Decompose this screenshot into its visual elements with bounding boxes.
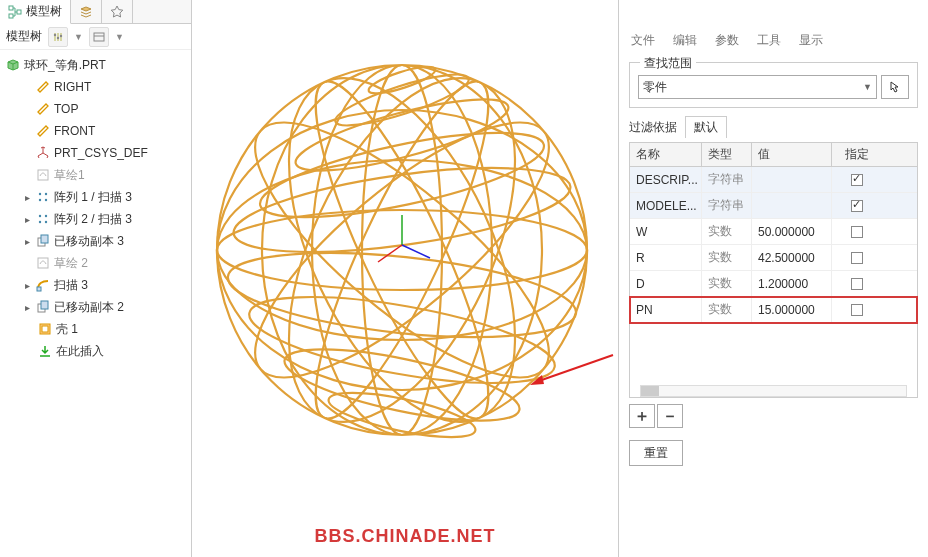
cell-value[interactable]: 42.500000 — [752, 245, 832, 270]
scope-value: 零件 — [643, 79, 667, 96]
graphics-viewport[interactable]: BBS.CHINADE.NET — [192, 0, 618, 557]
svg-line-48 — [402, 245, 430, 258]
tree-item[interactable]: RIGHT — [0, 76, 191, 98]
table-row[interactable]: MODELE...字符串 — [630, 193, 917, 219]
table-row[interactable]: D实数1.200000 — [630, 271, 917, 297]
cell-value[interactable]: 1.200000 — [752, 271, 832, 296]
pick-button[interactable] — [881, 75, 909, 99]
expand-icon[interactable]: ▸ — [22, 302, 32, 312]
remove-param-button[interactable]: － — [657, 404, 683, 428]
cell-type[interactable]: 实数 — [702, 219, 752, 244]
table-row[interactable]: W实数50.000000 — [630, 219, 917, 245]
checkbox[interactable] — [851, 304, 863, 316]
tree-label: 草绘1 — [54, 167, 85, 184]
cell-spec[interactable] — [832, 271, 882, 296]
checkbox[interactable] — [851, 226, 863, 238]
tree-item[interactable]: 草绘1 — [0, 164, 191, 186]
cell-spec[interactable] — [832, 167, 882, 192]
filter-row: 过滤依据 默认 — [629, 116, 918, 138]
table-row[interactable]: PN实数15.000000 — [630, 297, 917, 323]
cell-name[interactable]: D — [630, 271, 702, 296]
cell-type[interactable]: 实数 — [702, 297, 752, 322]
cell-type[interactable]: 字符串 — [702, 193, 752, 218]
tab-model-tree[interactable]: 模型树 — [0, 0, 71, 24]
tree-item[interactable]: ▸已移动副本 3 — [0, 230, 191, 252]
expand-icon[interactable]: ▸ — [22, 280, 32, 290]
tab-favorites[interactable] — [102, 0, 133, 24]
th-type[interactable]: 类型 — [702, 143, 752, 166]
scope-group: 查找范围 零件 ▼ — [629, 62, 918, 108]
menu-params[interactable]: 参数 — [715, 32, 739, 49]
cell-name[interactable]: MODELE... — [630, 193, 702, 218]
settings-button[interactable] — [48, 27, 68, 47]
tree-item[interactable]: ▸已移动副本 2 — [0, 296, 191, 318]
tree-item[interactable]: 在此插入 — [0, 340, 191, 362]
csys-icon — [36, 146, 50, 160]
cell-spec[interactable] — [832, 297, 882, 322]
sketch-icon — [36, 168, 50, 182]
cell-value[interactable]: 15.000000 — [752, 297, 832, 322]
filter-label: 过滤依据 — [629, 119, 677, 136]
model-tree-panel: 模型树 模型树 ▼ ▼ 球环_等角.PRT RIGHTTOPFRONTPRT_C… — [0, 0, 192, 557]
tree-item[interactable]: ▸阵列 1 / 扫描 3 — [0, 186, 191, 208]
reset-button[interactable]: 重置 — [629, 440, 683, 466]
svg-rect-23 — [42, 326, 48, 332]
tree-item[interactable]: 壳 1 — [0, 318, 191, 340]
checkbox[interactable] — [851, 252, 863, 264]
table-row[interactable]: DESCRIP...字符串 — [630, 167, 917, 193]
cell-name[interactable]: R — [630, 245, 702, 270]
svg-point-14 — [39, 221, 41, 223]
cell-value[interactable] — [752, 167, 832, 192]
cell-spec[interactable] — [832, 219, 882, 244]
cell-name[interactable]: W — [630, 219, 702, 244]
cell-spec[interactable] — [832, 245, 882, 270]
sketch-icon — [36, 256, 50, 270]
th-spec[interactable]: 指定 — [832, 143, 882, 166]
filter-tab-default[interactable]: 默认 — [685, 116, 727, 138]
expand-icon[interactable]: ▸ — [22, 236, 32, 246]
tree-item[interactable]: ▸扫描 3 — [0, 274, 191, 296]
cell-type[interactable]: 实数 — [702, 271, 752, 296]
expand-icon[interactable]: ▸ — [22, 192, 32, 202]
checkbox[interactable] — [851, 174, 863, 186]
cell-name[interactable]: DESCRIP... — [630, 167, 702, 192]
tab-layers[interactable] — [71, 0, 102, 24]
tree-item[interactable]: FRONT — [0, 120, 191, 142]
tree-label: 已移动副本 2 — [54, 299, 124, 316]
svg-point-9 — [45, 193, 47, 195]
th-value[interactable]: 值 — [752, 143, 832, 166]
menu-tools[interactable]: 工具 — [757, 32, 781, 49]
menu-show[interactable]: 显示 — [799, 32, 823, 49]
cell-type[interactable]: 实数 — [702, 245, 752, 270]
cell-type[interactable]: 字符串 — [702, 167, 752, 192]
tree-icon — [8, 5, 22, 19]
parameters-panel: 文件 编辑 参数 工具 显示 查找范围 零件 ▼ 过滤依据 默认 名称 类型 值… — [618, 0, 928, 557]
tree-item[interactable]: TOP — [0, 98, 191, 120]
cell-value[interactable] — [752, 193, 832, 218]
menu-edit[interactable]: 编辑 — [673, 32, 697, 49]
menu-file[interactable]: 文件 — [631, 32, 655, 49]
tree-item[interactable]: PRT_CSYS_DEF — [0, 142, 191, 164]
tree-item[interactable]: ▸阵列 2 / 扫描 3 — [0, 208, 191, 230]
checkbox[interactable] — [851, 200, 863, 212]
add-param-button[interactable]: ＋ — [629, 404, 655, 428]
tree-label: 阵列 1 / 扫描 3 — [54, 189, 132, 206]
tree-item[interactable]: 草绘 2 — [0, 252, 191, 274]
h-scrollbar[interactable] — [640, 385, 907, 397]
table-header: 名称 类型 值 指定 — [630, 143, 917, 167]
cell-value[interactable]: 50.000000 — [752, 219, 832, 244]
tree-root[interactable]: 球环_等角.PRT — [0, 54, 191, 76]
dropdown-icon[interactable]: ▼ — [115, 32, 124, 42]
table-body: DESCRIP...字符串MODELE...字符串W实数50.000000R实数… — [630, 167, 917, 323]
checkbox[interactable] — [851, 278, 863, 290]
scope-select[interactable]: 零件 ▼ — [638, 75, 877, 99]
cell-spec[interactable] — [832, 193, 882, 218]
dropdown-icon[interactable]: ▼ — [74, 32, 83, 42]
expand-icon[interactable]: ▸ — [22, 214, 32, 224]
th-name[interactable]: 名称 — [630, 143, 702, 166]
svg-rect-0 — [9, 6, 13, 10]
svg-point-32 — [331, 65, 473, 135]
cell-name[interactable]: PN — [630, 297, 702, 322]
table-row[interactable]: R实数42.500000 — [630, 245, 917, 271]
show-button[interactable] — [89, 27, 109, 47]
